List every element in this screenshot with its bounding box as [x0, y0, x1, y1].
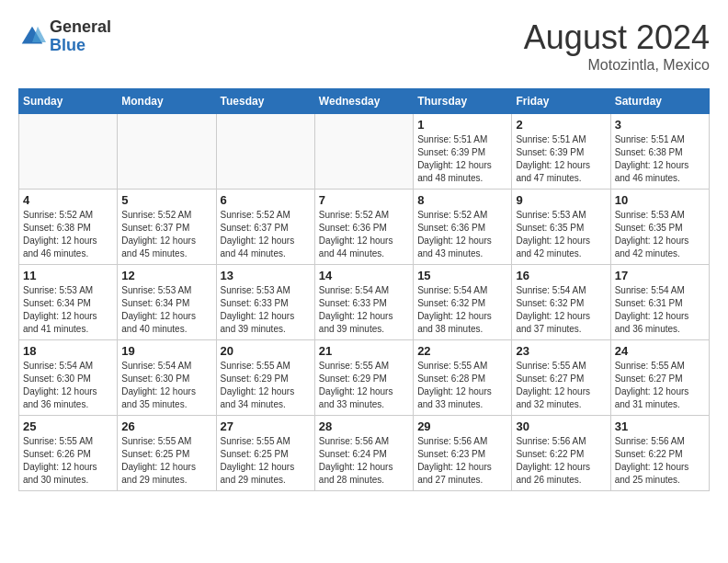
- day-info: Sunrise: 5:56 AMSunset: 6:24 PMDaylight:…: [319, 435, 409, 487]
- calendar-cell: 16Sunrise: 5:54 AMSunset: 6:32 PMDayligh…: [512, 265, 610, 340]
- day-info: Sunrise: 5:52 AMSunset: 6:38 PMDaylight:…: [23, 209, 113, 260]
- day-number: 5: [121, 193, 211, 207]
- day-number: 13: [221, 269, 311, 282]
- day-info: Sunrise: 5:54 AMSunset: 6:33 PMDaylight:…: [319, 284, 409, 336]
- calendar-cell: 19Sunrise: 5:54 AMSunset: 6:30 PMDayligh…: [118, 340, 216, 416]
- calendar-cell: 3Sunrise: 5:51 AMSunset: 6:38 PMDaylight…: [610, 114, 709, 190]
- calendar-cell: [19, 114, 118, 190]
- weekday-header: Friday: [512, 89, 610, 114]
- day-number: 2: [516, 118, 606, 132]
- calendar-cell: 26Sunrise: 5:55 AMSunset: 6:25 PMDayligh…: [118, 416, 216, 491]
- day-info: Sunrise: 5:55 AMSunset: 6:25 PMDaylight:…: [121, 435, 211, 487]
- logo-general: General: [50, 18, 111, 37]
- day-info: Sunrise: 5:51 AMSunset: 6:39 PMDaylight:…: [417, 133, 507, 185]
- calendar-cell: 22Sunrise: 5:55 AMSunset: 6:28 PMDayligh…: [414, 340, 512, 416]
- day-number: 29: [417, 419, 507, 433]
- day-number: 31: [615, 419, 705, 433]
- calendar-cell: 23Sunrise: 5:55 AMSunset: 6:27 PMDayligh…: [512, 340, 610, 416]
- day-info: Sunrise: 5:56 AMSunset: 6:23 PMDaylight:…: [417, 435, 507, 487]
- day-info: Sunrise: 5:55 AMSunset: 6:27 PMDaylight:…: [615, 360, 705, 411]
- day-info: Sunrise: 5:56 AMSunset: 6:22 PMDaylight:…: [615, 435, 705, 487]
- day-info: Sunrise: 5:51 AMSunset: 6:38 PMDaylight:…: [615, 133, 705, 185]
- weekday-header: Thursday: [414, 89, 512, 114]
- day-number: 7: [319, 193, 409, 207]
- calendar-week-row: 11Sunrise: 5:53 AMSunset: 6:34 PMDayligh…: [19, 265, 710, 340]
- day-number: 21: [319, 344, 409, 358]
- day-info: Sunrise: 5:54 AMSunset: 6:30 PMDaylight:…: [121, 360, 211, 411]
- calendar-cell: [118, 114, 216, 190]
- day-info: Sunrise: 5:55 AMSunset: 6:28 PMDaylight:…: [417, 360, 507, 411]
- calendar-week-row: 4Sunrise: 5:52 AMSunset: 6:38 PMDaylight…: [19, 190, 710, 265]
- calendar-cell: [314, 114, 413, 190]
- day-number: 15: [417, 269, 507, 282]
- day-info: Sunrise: 5:56 AMSunset: 6:22 PMDaylight:…: [516, 435, 606, 487]
- day-info: Sunrise: 5:53 AMSunset: 6:35 PMDaylight:…: [615, 209, 705, 260]
- weekday-row: SundayMondayTuesdayWednesdayThursdayFrid…: [19, 89, 710, 114]
- calendar-cell: 30Sunrise: 5:56 AMSunset: 6:22 PMDayligh…: [512, 416, 610, 491]
- calendar-cell: 24Sunrise: 5:55 AMSunset: 6:27 PMDayligh…: [610, 340, 709, 416]
- calendar-cell: 6Sunrise: 5:52 AMSunset: 6:37 PMDaylight…: [216, 190, 314, 265]
- day-info: Sunrise: 5:55 AMSunset: 6:26 PMDaylight:…: [23, 435, 113, 487]
- calendar-cell: 14Sunrise: 5:54 AMSunset: 6:33 PMDayligh…: [314, 265, 413, 340]
- day-number: 12: [121, 269, 211, 282]
- calendar-cell: 17Sunrise: 5:54 AMSunset: 6:31 PMDayligh…: [610, 265, 709, 340]
- day-info: Sunrise: 5:53 AMSunset: 6:35 PMDaylight:…: [516, 209, 606, 260]
- calendar-cell: 25Sunrise: 5:55 AMSunset: 6:26 PMDayligh…: [19, 416, 118, 491]
- day-info: Sunrise: 5:54 AMSunset: 6:32 PMDaylight:…: [516, 284, 606, 336]
- calendar-cell: 13Sunrise: 5:53 AMSunset: 6:33 PMDayligh…: [216, 265, 314, 340]
- day-number: 11: [23, 269, 113, 282]
- day-info: Sunrise: 5:54 AMSunset: 6:32 PMDaylight:…: [417, 284, 507, 336]
- day-info: Sunrise: 5:55 AMSunset: 6:27 PMDaylight:…: [516, 360, 606, 411]
- calendar-table: SundayMondayTuesdayWednesdayThursdayFrid…: [18, 88, 710, 491]
- day-number: 8: [417, 193, 507, 207]
- day-info: Sunrise: 5:54 AMSunset: 6:31 PMDaylight:…: [615, 284, 705, 336]
- calendar-week-row: 1Sunrise: 5:51 AMSunset: 6:39 PMDaylight…: [19, 114, 710, 190]
- logo-icon: [18, 23, 46, 51]
- day-info: Sunrise: 5:54 AMSunset: 6:30 PMDaylight:…: [23, 360, 113, 411]
- page-header: General Blue August 2024 Motozintla, Mex…: [18, 18, 710, 74]
- weekday-header: Sunday: [19, 89, 118, 114]
- calendar-week-row: 25Sunrise: 5:55 AMSunset: 6:26 PMDayligh…: [19, 416, 710, 491]
- calendar-cell: 4Sunrise: 5:52 AMSunset: 6:38 PMDaylight…: [19, 190, 118, 265]
- calendar-cell: 20Sunrise: 5:55 AMSunset: 6:29 PMDayligh…: [216, 340, 314, 416]
- day-number: 10: [615, 193, 705, 207]
- calendar-cell: [216, 114, 314, 190]
- logo-text: General Blue: [50, 18, 111, 55]
- calendar-cell: 9Sunrise: 5:53 AMSunset: 6:35 PMDaylight…: [512, 190, 610, 265]
- location: Motozintla, Mexico: [524, 57, 710, 74]
- month-year: August 2024: [524, 18, 710, 57]
- calendar-body: 1Sunrise: 5:51 AMSunset: 6:39 PMDaylight…: [19, 114, 710, 491]
- calendar-cell: 31Sunrise: 5:56 AMSunset: 6:22 PMDayligh…: [610, 416, 709, 491]
- calendar-week-row: 18Sunrise: 5:54 AMSunset: 6:30 PMDayligh…: [19, 340, 710, 416]
- calendar-cell: 18Sunrise: 5:54 AMSunset: 6:30 PMDayligh…: [19, 340, 118, 416]
- day-number: 9: [516, 193, 606, 207]
- day-number: 14: [319, 269, 409, 282]
- day-info: Sunrise: 5:53 AMSunset: 6:34 PMDaylight:…: [23, 284, 113, 336]
- day-number: 22: [417, 344, 507, 358]
- day-number: 6: [221, 193, 311, 207]
- day-number: 16: [516, 269, 606, 282]
- day-number: 3: [615, 118, 705, 132]
- day-number: 28: [319, 419, 409, 433]
- calendar-cell: 5Sunrise: 5:52 AMSunset: 6:37 PMDaylight…: [118, 190, 216, 265]
- day-info: Sunrise: 5:52 AMSunset: 6:37 PMDaylight:…: [121, 209, 211, 260]
- day-info: Sunrise: 5:55 AMSunset: 6:25 PMDaylight:…: [221, 435, 311, 487]
- weekday-header: Monday: [118, 89, 216, 114]
- day-number: 19: [121, 344, 211, 358]
- calendar-header: SundayMondayTuesdayWednesdayThursdayFrid…: [19, 89, 710, 114]
- calendar-cell: 7Sunrise: 5:52 AMSunset: 6:36 PMDaylight…: [314, 190, 413, 265]
- day-number: 26: [121, 419, 211, 433]
- title-block: August 2024 Motozintla, Mexico: [524, 18, 710, 74]
- day-number: 30: [516, 419, 606, 433]
- day-info: Sunrise: 5:52 AMSunset: 6:36 PMDaylight:…: [319, 209, 409, 260]
- weekday-header: Tuesday: [216, 89, 314, 114]
- day-number: 1: [417, 118, 507, 132]
- day-info: Sunrise: 5:53 AMSunset: 6:34 PMDaylight:…: [121, 284, 211, 336]
- day-info: Sunrise: 5:53 AMSunset: 6:33 PMDaylight:…: [221, 284, 311, 336]
- day-number: 25: [23, 419, 113, 433]
- day-number: 17: [615, 269, 705, 282]
- calendar-cell: 8Sunrise: 5:52 AMSunset: 6:36 PMDaylight…: [414, 190, 512, 265]
- day-number: 24: [615, 344, 705, 358]
- day-info: Sunrise: 5:55 AMSunset: 6:29 PMDaylight:…: [221, 360, 311, 411]
- day-number: 20: [221, 344, 311, 358]
